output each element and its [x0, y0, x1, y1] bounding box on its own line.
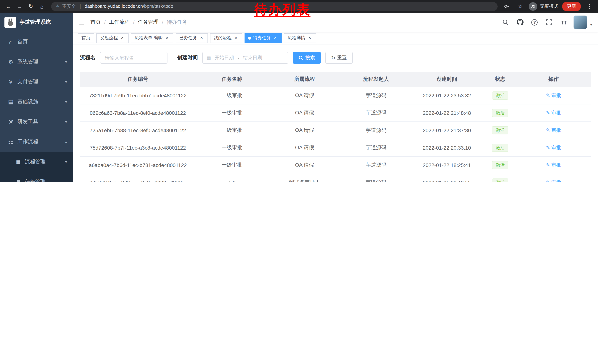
close-icon[interactable]: × — [233, 35, 239, 40]
sidebar-item-process-mgmt[interactable]: ≣流程管理▾ — [0, 152, 73, 172]
approve-link[interactable]: ✎ 审批 — [546, 92, 561, 98]
edit-icon: ✎ — [546, 162, 551, 168]
top-navbar: ☰ 首页/工作流程/任务管理/待办任务 ? TT ▾ — [73, 13, 598, 32]
approve-link[interactable]: ✎ 审批 — [546, 127, 561, 133]
back-icon[interactable]: ← — [4, 1, 13, 11]
tab-1[interactable]: 发起流程× — [96, 33, 129, 43]
status-badge: 激活 — [492, 178, 508, 182]
warning-icon: ⚠ — [56, 4, 60, 9]
approve-link[interactable]: ✎ 审批 — [546, 180, 561, 182]
cell-task-id: 069c6a63-7b8a-11ec-8ef0-acde48001122 — [80, 110, 196, 116]
close-icon[interactable]: × — [307, 35, 312, 40]
sidebar-menu: ⌂首页⚙系统管理▾¥支付管理▾▤基础设施▾⚒研发工具▾☷工作流程▴≣流程管理▾⚑… — [0, 32, 73, 182]
fullscreen-icon[interactable] — [545, 18, 554, 27]
sidebar-item-task-mgmt[interactable]: ⚑任务管理▴ — [0, 172, 73, 182]
sidebar-item-system[interactable]: ⚙系统管理▾ — [0, 52, 73, 72]
create-time-label: 创建时间 — [177, 54, 198, 61]
tab-3[interactable]: 已办任务× — [176, 33, 208, 43]
app: ← → ↻ ⌂ ⚠ 不安全 | dashboard.yudao.iocoder.… — [0, 0, 598, 182]
star-icon[interactable]: ☆ — [515, 1, 525, 11]
more-icon[interactable]: ⋮ — [585, 1, 594, 11]
breadcrumb-separator: / — [133, 19, 134, 25]
sidebar-toggle-icon[interactable]: ☰ — [73, 18, 91, 26]
edit-icon: ✎ — [546, 180, 551, 182]
app-title: 芋道管理系统 — [20, 19, 51, 25]
close-icon[interactable]: × — [273, 35, 278, 40]
start-date-placeholder: 开始日期 — [215, 54, 234, 61]
cell-task-name: 一级审批 — [196, 145, 268, 151]
cell-create-time: 2022-01-22 18:25:41 — [411, 162, 482, 168]
reload-icon[interactable]: ↻ — [26, 1, 36, 11]
process-name-input[interactable] — [100, 52, 167, 64]
forward-icon[interactable]: → — [15, 1, 25, 11]
home-icon[interactable]: ⌂ — [37, 1, 47, 11]
table-row: 725a1eb6-7b88-11ec-8ef0-acde48001122一级审批… — [80, 121, 590, 139]
cell-create-time: 2022-01-22 23:53:32 — [411, 92, 482, 98]
tabs-bar: 首页发起流程×流程表单-编辑×已办任务×我的流程×待办任务×流程详情× — [73, 32, 598, 44]
tab-label: 我的流程 — [214, 35, 232, 41]
table-row: 8f0d1619-7ac8-11ec-a9e2-a2380e71991a1.2测… — [80, 174, 590, 182]
breadcrumb-item[interactable]: 任务管理 — [138, 19, 158, 25]
cell-create-time: 2022-01-22 21:48:48 — [411, 110, 482, 116]
tab-6[interactable]: 流程详情× — [284, 33, 316, 43]
status-badge: 激活 — [492, 126, 508, 134]
cell-starter: 芋道源码 — [341, 145, 411, 151]
reset-button[interactable]: ↻ 重置 — [325, 52, 353, 64]
tab-2[interactable]: 流程表单-编辑× — [131, 33, 173, 43]
breadcrumb-item[interactable]: 工作流程 — [109, 19, 130, 25]
tab-4[interactable]: 我的流程× — [210, 33, 242, 43]
reset-button-label: 重置 — [337, 54, 347, 61]
date-range-picker[interactable]: ▦ 开始日期 - 结束日期 — [202, 52, 288, 64]
tab-label: 流程详情 — [288, 35, 305, 41]
update-button[interactable]: 更新 — [562, 2, 581, 11]
range-separator: - — [238, 55, 239, 61]
approve-link[interactable]: ✎ 审批 — [546, 162, 561, 168]
active-tab-dot — [248, 36, 251, 40]
cell-task-id: 8f0d1619-7ac8-11ec-a9e2-a2380e71991a — [80, 180, 196, 182]
status-badge: 激活 — [492, 144, 508, 152]
search-icon — [299, 55, 303, 60]
approve-link[interactable]: ✎ 审批 — [546, 145, 561, 150]
help-icon[interactable]: ? — [530, 18, 539, 27]
approve-label: 审批 — [551, 127, 561, 133]
cell-process: OA 请假 — [268, 162, 341, 169]
security-label: 不安全 — [62, 3, 76, 9]
column-header: 所属流程 — [268, 76, 341, 83]
cell-status: 激活 — [482, 178, 518, 182]
cell-action: ✎ 审批 — [518, 110, 589, 116]
cell-create-time: 2022-01-22 20:33:10 — [411, 145, 482, 151]
app-logo[interactable]: 芋道管理系统 — [0, 13, 73, 32]
key-icon[interactable] — [502, 1, 512, 11]
status-badge: 激活 — [492, 91, 508, 99]
sidebar-item-infra[interactable]: ▤基础设施▾ — [0, 92, 73, 112]
sidebar-item-home[interactable]: ⌂首页 — [0, 32, 73, 52]
close-icon[interactable]: × — [165, 35, 170, 40]
sidebar-item-workflow[interactable]: ☷工作流程▴ — [0, 132, 73, 152]
sidebar-item-devtools[interactable]: ⚒研发工具▾ — [0, 112, 73, 132]
tab-0[interactable]: 首页 — [78, 33, 94, 43]
refresh-icon: ↻ — [331, 55, 335, 61]
cell-task-name: 一级审批 — [196, 110, 268, 116]
yen-icon: ¥ — [8, 79, 14, 85]
sidebar-item-payment[interactable]: ¥支付管理▾ — [0, 72, 73, 92]
cell-process: 测试多审批人 — [268, 179, 341, 182]
github-icon[interactable] — [516, 18, 525, 27]
tab-5[interactable]: 待办任务× — [245, 33, 282, 43]
briefcase-icon: ☷ — [8, 138, 14, 145]
close-icon[interactable]: × — [120, 35, 125, 40]
close-icon[interactable]: × — [199, 35, 204, 40]
approve-link[interactable]: ✎ 审批 — [546, 110, 561, 115]
cell-status: 激活 — [482, 144, 518, 152]
breadcrumb-item[interactable]: 首页 — [91, 19, 101, 25]
sidebar-item-label: 首页 — [17, 39, 28, 45]
url-text: dashboard.yudao.iocoder.cn/bpm/task/todo — [85, 4, 173, 9]
cell-action: ✎ 审批 — [518, 127, 589, 134]
caret-down-icon: ▾ — [590, 23, 592, 27]
font-size-icon[interactable]: TT — [559, 18, 568, 27]
cell-action: ✎ 审批 — [518, 145, 589, 151]
avatar[interactable] — [573, 16, 587, 29]
cell-process: OA 请假 — [268, 145, 341, 151]
search-icon[interactable] — [501, 18, 510, 27]
search-button[interactable]: 搜索 — [293, 52, 321, 64]
cell-task-name: 一级审批 — [196, 92, 268, 99]
